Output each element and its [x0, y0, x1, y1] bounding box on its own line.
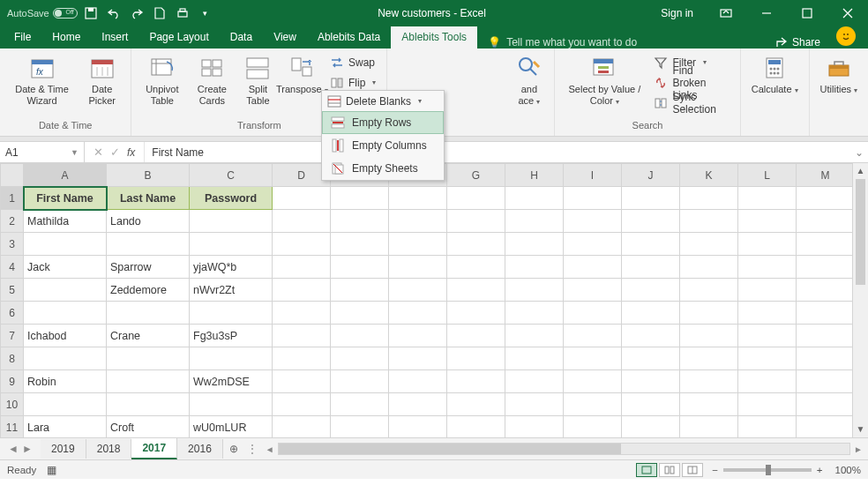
cell[interactable]	[680, 370, 738, 393]
cell[interactable]: Jack	[24, 256, 107, 279]
cell[interactable]: Zeddemore	[107, 279, 190, 302]
cell[interactable]	[564, 416, 622, 438]
cell[interactable]	[331, 187, 389, 210]
tab-file[interactable]: File	[4, 26, 41, 49]
cell[interactable]	[190, 210, 273, 233]
cell[interactable]	[273, 256, 331, 279]
cell[interactable]	[331, 347, 389, 370]
cell[interactable]: Ichabod	[24, 325, 107, 347]
cell[interactable]	[24, 393, 107, 416]
enter-icon[interactable]: ✓	[110, 146, 120, 159]
cancel-icon[interactable]: ✕	[94, 146, 103, 159]
cell[interactable]	[797, 416, 853, 438]
cell[interactable]	[107, 302, 190, 325]
cell[interactable]	[331, 279, 389, 302]
col-header[interactable]: L	[738, 164, 797, 187]
row-header[interactable]: 1	[1, 187, 24, 210]
fx-icon[interactable]: fx	[127, 146, 135, 159]
tab-home[interactable]: Home	[41, 26, 91, 49]
cell[interactable]	[564, 187, 622, 210]
row-header[interactable]: 11	[1, 416, 24, 438]
new-file-icon[interactable]	[150, 4, 169, 23]
date-time-wizard-button[interactable]: fx Date & Time Wizard	[7, 52, 77, 119]
cell[interactable]: Croft	[107, 416, 190, 438]
cell[interactable]	[331, 302, 389, 325]
cell[interactable]	[680, 187, 738, 210]
cell[interactable]	[505, 302, 564, 325]
hscroll-thumb[interactable]	[279, 444, 621, 454]
qat-more-icon[interactable]: ▾	[196, 4, 215, 23]
cell[interactable]	[505, 279, 564, 302]
cell[interactable]	[273, 370, 331, 393]
cell[interactable]	[797, 233, 853, 256]
col-header[interactable]: G	[447, 164, 505, 187]
scroll-down-icon[interactable]: ▼	[853, 422, 868, 437]
cell[interactable]	[389, 325, 447, 347]
cell[interactable]	[505, 187, 564, 210]
cell[interactable]	[564, 210, 622, 233]
cell[interactable]: Robin	[24, 370, 107, 393]
cell[interactable]	[505, 416, 564, 438]
calculate-button[interactable]: Calculate	[748, 52, 802, 119]
cell[interactable]	[505, 233, 564, 256]
cell[interactable]	[273, 233, 331, 256]
delete-blanks-button[interactable]: Delete Blanks	[322, 91, 444, 111]
cell[interactable]	[107, 370, 190, 393]
cell[interactable]	[622, 347, 680, 370]
col-header[interactable]: C	[190, 164, 273, 187]
cell[interactable]	[797, 325, 853, 347]
cell[interactable]	[24, 302, 107, 325]
scroll-right-icon[interactable]: ►	[854, 444, 863, 454]
cell[interactable]	[447, 233, 505, 256]
cell[interactable]	[389, 416, 447, 438]
cell[interactable]	[389, 393, 447, 416]
cell[interactable]: Lando	[107, 210, 190, 233]
view-page-break-icon[interactable]	[682, 463, 703, 477]
cell[interactable]	[738, 187, 797, 210]
undo-icon[interactable]	[104, 4, 123, 23]
cell[interactable]	[389, 302, 447, 325]
select-all-corner[interactable]	[1, 164, 24, 187]
cell[interactable]	[680, 233, 738, 256]
scroll-up-icon[interactable]: ▲	[853, 163, 868, 179]
cell[interactable]	[564, 279, 622, 302]
row-header[interactable]: 4	[1, 256, 24, 279]
cell[interactable]	[331, 325, 389, 347]
cell[interactable]	[331, 256, 389, 279]
cell[interactable]	[190, 233, 273, 256]
cell[interactable]: nWvr2Zt	[190, 279, 273, 302]
cell[interactable]	[738, 210, 797, 233]
horizontal-scrollbar[interactable]: ◄ ►	[260, 443, 868, 455]
sheet-nav-prev-icon[interactable]: ◄	[7, 443, 19, 455]
cell[interactable]: Password	[190, 187, 273, 210]
cell[interactable]	[389, 279, 447, 302]
cell[interactable]	[680, 416, 738, 438]
cell[interactable]	[331, 370, 389, 393]
cell[interactable]	[622, 302, 680, 325]
zoom-out-icon[interactable]: −	[712, 465, 718, 475]
cell[interactable]	[273, 302, 331, 325]
row-header[interactable]: 9	[1, 370, 24, 393]
tab-view[interactable]: View	[263, 26, 307, 49]
sheet-tab[interactable]: 2019	[41, 439, 86, 459]
swap-button[interactable]: Swap	[326, 52, 379, 72]
col-header[interactable]: M	[797, 164, 853, 187]
sheet-nav-next-icon[interactable]: ►	[21, 443, 34, 455]
cell[interactable]	[505, 325, 564, 347]
cell[interactable]	[680, 302, 738, 325]
tab-ablebits-data[interactable]: Ablebits Data	[307, 26, 391, 49]
cell[interactable]	[680, 256, 738, 279]
cell[interactable]	[738, 256, 797, 279]
tab-data[interactable]: Data	[220, 26, 263, 49]
cell[interactable]	[738, 370, 797, 393]
cell[interactable]	[797, 187, 853, 210]
cell[interactable]	[622, 210, 680, 233]
cell[interactable]	[389, 370, 447, 393]
cell[interactable]: First Name	[24, 187, 107, 210]
feedback-icon[interactable]	[836, 26, 856, 46]
cell[interactable]	[622, 325, 680, 347]
cell[interactable]	[107, 393, 190, 416]
view-page-layout-icon[interactable]	[659, 463, 680, 477]
cell[interactable]	[738, 279, 797, 302]
cell[interactable]	[564, 256, 622, 279]
